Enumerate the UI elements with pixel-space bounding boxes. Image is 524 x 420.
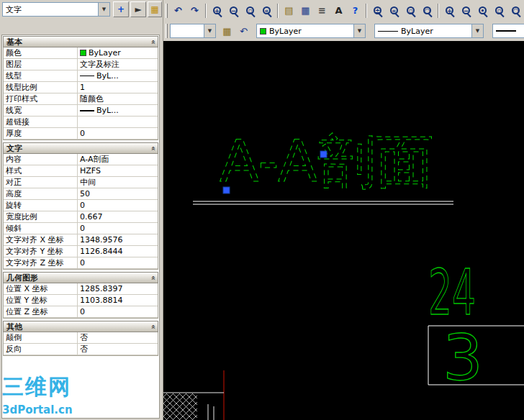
collapse-chevron-icon[interactable]: » [148,275,156,280]
lineweight-sample-icon [496,30,516,32]
zoom-all-button[interactable]: ○ [507,2,524,19]
property-row: 内容A-A剖面 [4,154,158,165]
magnifier-sign: ○ [425,6,430,14]
property-value[interactable]: ByL... [78,105,158,117]
property-label: 内容 [4,154,78,165]
zoom-out-button[interactable]: − [225,2,242,19]
property-value[interactable]: 0 [78,128,158,140]
named-views-button[interactable]: ▤ [281,2,297,19]
property-row: 颠倒否 [4,332,158,344]
property-value[interactable]: 0 [78,200,158,211]
property-value[interactable]: 1348.9576 [78,234,158,246]
collapse-chevron-icon[interactable]: » [148,40,156,44]
drawing-area[interactable]: A-A剖面 24 3 [163,41,524,420]
property-row: 图层文字及标注 [4,59,158,70]
toolbar-separator [277,4,279,18]
section-text-label[interactable]: A-A剖面 [220,128,434,195]
grip-midpoint[interactable] [320,151,327,158]
linetype-control-combobox[interactable]: ByLayer ▼ [374,24,484,38]
redo-button[interactable]: ↷ [186,2,203,19]
collapse-chevron-icon[interactable]: » [148,146,156,150]
collapse-chevron-icon[interactable]: » [148,324,156,329]
property-value[interactable]: 否 [78,344,158,355]
property-value[interactable] [78,117,158,128]
property-value[interactable]: 0 [78,257,158,269]
property-label: 倾斜 [4,223,78,234]
property-value[interactable]: 否 [78,332,158,344]
zoom-extents-button[interactable]: ○ [419,2,435,19]
zoom-in-2-button[interactable]: + [441,2,458,19]
dim-text-24[interactable]: 24 [428,255,476,329]
zoom-realtime-button[interactable]: ± [369,2,386,19]
grip-endpoint[interactable] [223,187,230,193]
linetype-manager-button[interactable]: ≡ [314,2,330,19]
chevron-down-icon[interactable]: ▼ [471,24,483,37]
zoom-window-2-button[interactable]: ▫ [402,2,419,19]
property-value[interactable]: 中间 [78,177,158,188]
magnifier-icon: ○ [512,6,520,14]
zoom-window-button[interactable]: ▫ [242,2,258,19]
property-value[interactable]: 1285.8397 [78,283,158,295]
property-value[interactable]: A-A剖面 [78,154,158,165]
section-header[interactable]: 几何图形» [3,272,158,283]
chevron-down-icon[interactable]: ▼ [204,24,215,37]
property-row: 宽度比例0.667 [4,211,158,223]
zoom-in-button[interactable]: + [209,2,225,19]
zoom-center-button[interactable]: • [474,2,491,19]
property-label: 颜色 [4,47,78,59]
quick-select-button[interactable]: ▦ [148,1,162,17]
property-label: 颠倒 [4,332,78,344]
section-header[interactable]: 基本» [3,36,158,47]
section-rows: 颠倒否反向否 [3,332,158,356]
color-control-combobox[interactable]: ByLayer ▼ [256,24,366,38]
property-value[interactable]: 0 [78,306,158,318]
lineweight-control-combobox[interactable] [492,24,524,38]
pickadd-toggle-button[interactable]: + [113,1,129,17]
property-value[interactable]: 0.667 [78,211,158,223]
autocad-window: { "icons": { "dropdown_arrow": "▼", "col… [0,0,524,420]
zoom-previous-button[interactable]: « [258,2,275,19]
chevron-down-icon[interactable]: ▼ [353,24,365,37]
property-row: 位置 Z 坐标0 [4,306,158,318]
select-objects-button[interactable]: ► [130,1,146,17]
text-style-button[interactable]: A [330,2,347,19]
undo-button[interactable]: ↶ [170,2,186,19]
drawing-canvas[interactable]: A-A剖面 24 3 [163,41,524,420]
palette-section: 文字»内容A-A剖面样式HZFS对正中间高度50旋转0宽度比例0.667倾斜0文… [3,142,158,270]
property-value[interactable]: 1 [78,82,158,93]
dim-text-3[interactable]: 3 [443,321,483,395]
object-type-combobox[interactable]: 文字 ▼ [2,2,110,17]
zoom-out-2-button[interactable]: − [458,2,474,19]
magnifier-sign: • [481,6,485,14]
section-header[interactable]: 其他» [3,321,158,332]
property-value[interactable]: 1126.8444 [78,246,158,257]
help-button[interactable]: ? [347,2,363,19]
toolbar-grip[interactable] [166,24,168,38]
zoom-scale-button[interactable]: ▫ [491,2,507,19]
section-header[interactable]: 文字» [3,142,158,154]
toolbar-separator [438,4,439,18]
layer-properties-button[interactable]: ▦ [219,23,235,40]
layer-previous-button[interactable]: ↶ [235,23,252,40]
property-value[interactable]: 随颜色 [78,93,158,105]
magnifier-sign: ○ [513,6,519,14]
property-row: 厚度0 [4,128,158,140]
zoom-previous-2-button[interactable]: « [386,2,402,19]
property-value[interactable]: ByL... [78,70,158,82]
property-value[interactable]: HZFS [78,165,158,177]
section-title: 其他 [6,321,22,332]
property-label: 打印样式 [4,93,78,105]
crosshatch-area[interactable] [163,393,197,420]
layer-manager-button[interactable]: ▦ [297,2,314,19]
layer-combobox[interactable]: ▼ [170,24,216,38]
property-value[interactable]: 50 [78,188,158,200]
property-value[interactable]: 文字及标注 [78,59,158,70]
property-value[interactable]: 1103.8814 [78,295,158,306]
property-value[interactable]: ByLayer [78,47,158,59]
property-value[interactable]: 0 [78,223,158,234]
property-value-text: 0 [80,223,85,234]
property-sections: 基本»颜色ByLayer图层文字及标注线型ByL...线型比例1打印样式随颜色线… [1,35,160,419]
chevron-down-icon[interactable]: ▼ [98,3,109,16]
toolbar-grip[interactable] [166,4,168,18]
color-swatch-icon [260,28,266,35]
